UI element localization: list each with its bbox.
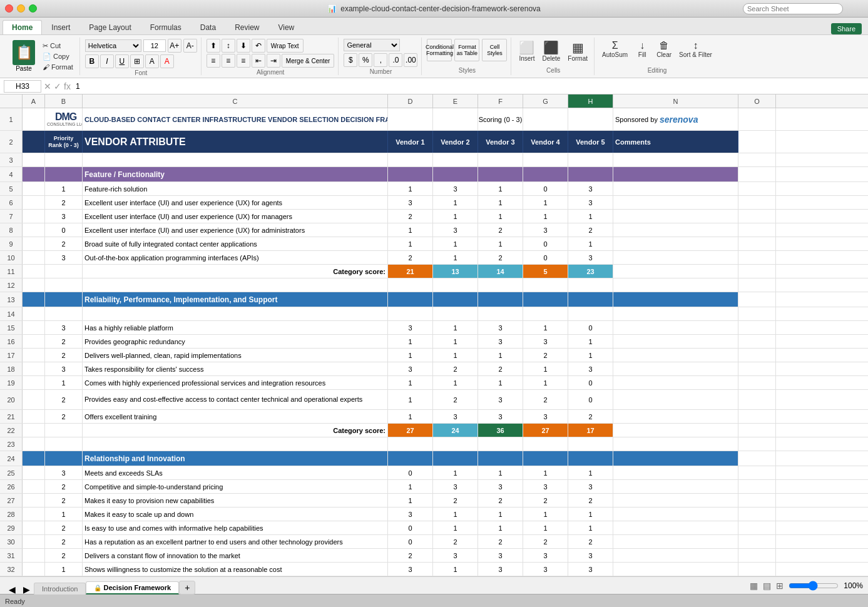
cell-c32[interactable]: Shows willingness to customize the solut… (83, 563, 388, 576)
cell-c26[interactable]: Competitive and simple-to-understand pri… (83, 480, 388, 493)
cell-b31[interactable]: 2 (45, 549, 83, 562)
cell-e25[interactable]: 1 (433, 466, 478, 479)
cell-b11[interactable] (45, 265, 83, 278)
cell-c5[interactable]: Feature-rich solution (83, 182, 388, 195)
cell-e26[interactable]: 3 (433, 480, 478, 493)
cell-h1[interactable] (568, 108, 613, 130)
cell-g9[interactable]: 0 (523, 237, 568, 250)
cell-b9[interactable]: 2 (45, 237, 83, 250)
cell-b15[interactable]: 3 (45, 321, 83, 334)
cell-o9[interactable] (738, 237, 776, 250)
cell-d14[interactable] (388, 307, 433, 320)
cell-b19[interactable]: 1 (45, 376, 83, 389)
cell-n1[interactable]: Sponsored by serenova (613, 108, 738, 130)
cell-h10[interactable]: 3 (568, 251, 613, 264)
cell-n29[interactable] (613, 521, 738, 534)
cell-g18[interactable]: 1 (523, 362, 568, 375)
cell-g28[interactable]: 1 (523, 508, 568, 521)
cell-o30[interactable] (738, 535, 776, 548)
add-sheet-button[interactable]: + (179, 581, 195, 594)
cell-g15[interactable]: 1 (523, 321, 568, 334)
cell-h26[interactable]: 3 (568, 480, 613, 493)
bold-button[interactable]: B (85, 54, 99, 68)
copy-button[interactable]: 📄Copy (40, 52, 76, 61)
cell-a22[interactable] (23, 424, 45, 437)
percent-button[interactable]: % (359, 53, 372, 67)
cell-o26[interactable] (738, 480, 776, 493)
tab-page-layout[interactable]: Page Layout (79, 20, 140, 34)
sheet-tab-introduction[interactable]: Introduction (34, 583, 86, 594)
cell-d26[interactable]: 1 (388, 480, 433, 493)
cell-h5[interactable]: 3 (568, 182, 613, 195)
cell-h22[interactable]: 17 (568, 424, 613, 437)
cell-f23[interactable] (478, 437, 523, 451)
cell-g19[interactable]: 1 (523, 376, 568, 389)
cell-d28[interactable]: 3 (388, 508, 433, 521)
cell-c3[interactable] (83, 153, 388, 166)
indent-decrease-button[interactable]: ⇤ (252, 54, 265, 68)
cell-a23[interactable] (23, 437, 45, 451)
cell-b17[interactable]: 2 (45, 349, 83, 362)
cell-e29[interactable]: 1 (433, 521, 478, 534)
cell-b18[interactable]: 3 (45, 362, 83, 375)
cell-a10[interactable] (23, 251, 45, 264)
cell-h24[interactable] (568, 451, 613, 466)
cell-f29[interactable]: 1 (478, 521, 523, 534)
cell-h15[interactable]: 0 (568, 321, 613, 334)
cell-styles-button[interactable]: Cell Styles (482, 39, 507, 61)
cell-c29[interactable]: Is easy to use and comes with informativ… (83, 521, 388, 534)
cell-o25[interactable] (738, 466, 776, 479)
cell-e16[interactable]: 1 (433, 335, 478, 348)
cell-o6[interactable] (738, 196, 776, 209)
cell-h11[interactable]: 23 (568, 265, 613, 278)
format-cells-button[interactable]: ▦Format (565, 39, 590, 63)
cell-o5[interactable] (738, 182, 776, 195)
cell-c27[interactable]: Makes it easy to provision new capabilit… (83, 494, 388, 507)
cell-a2[interactable] (23, 131, 45, 153)
format-painter-button[interactable]: 🖌Format (40, 63, 76, 71)
cell-b25[interactable]: 3 (45, 466, 83, 479)
cell-f15[interactable]: 3 (478, 321, 523, 334)
cell-c30[interactable]: Has a reputation as an excellent partner… (83, 535, 388, 548)
align-left-button[interactable]: ≡ (207, 54, 220, 68)
cell-h23[interactable] (568, 437, 613, 451)
cell-o3[interactable] (738, 153, 776, 166)
cell-g24[interactable] (523, 451, 568, 466)
cell-c8[interactable]: Excellent user interface (UI) and user e… (83, 223, 388, 237)
cell-b2[interactable]: Priority Rank (0 - 3) (45, 131, 83, 153)
cell-a1[interactable] (23, 108, 45, 130)
view-normal-icon[interactable]: ▦ (750, 581, 758, 591)
cell-b32[interactable]: 1 (45, 563, 83, 576)
cell-c2[interactable]: VENDOR ATTRIBUTE (83, 131, 388, 153)
cell-a5[interactable] (23, 182, 45, 195)
cell-d12[interactable] (388, 278, 433, 292)
italic-button[interactable]: I (100, 54, 114, 68)
cell-c15[interactable]: Has a highly reliable platform (83, 321, 388, 334)
cell-o19[interactable] (738, 376, 776, 389)
cell-g32[interactable]: 3 (523, 563, 568, 576)
cell-a27[interactable] (23, 494, 45, 507)
cell-e18[interactable]: 2 (433, 362, 478, 375)
cell-e22[interactable]: 24 (433, 424, 478, 437)
cell-a19[interactable] (23, 376, 45, 389)
cell-e3[interactable] (433, 153, 478, 166)
cell-n15[interactable] (613, 321, 738, 334)
cell-b13[interactable] (45, 292, 83, 307)
font-color-button[interactable]: A (160, 54, 174, 68)
cell-b27[interactable]: 2 (45, 494, 83, 507)
cell-n27[interactable] (613, 494, 738, 507)
cell-d19[interactable]: 1 (388, 376, 433, 389)
clear-button[interactable]: 🗑Clear (654, 39, 674, 59)
cell-n18[interactable] (613, 362, 738, 375)
font-size-input[interactable] (143, 39, 166, 52)
cell-e5[interactable]: 3 (433, 182, 478, 195)
confirm-icon[interactable]: ✓ (54, 81, 61, 91)
cell-o10[interactable] (738, 251, 776, 264)
cell-e24[interactable] (433, 451, 478, 466)
cell-h7[interactable]: 1 (568, 210, 613, 223)
conditional-formatting-button[interactable]: Conditional Formatting (427, 39, 452, 61)
wrap-text-button[interactable]: Wrap Text (267, 39, 304, 53)
cell-b1[interactable]: DMG CONSULTING LLC (45, 108, 83, 130)
cell-h29[interactable]: 1 (568, 521, 613, 534)
cell-a28[interactable] (23, 508, 45, 521)
